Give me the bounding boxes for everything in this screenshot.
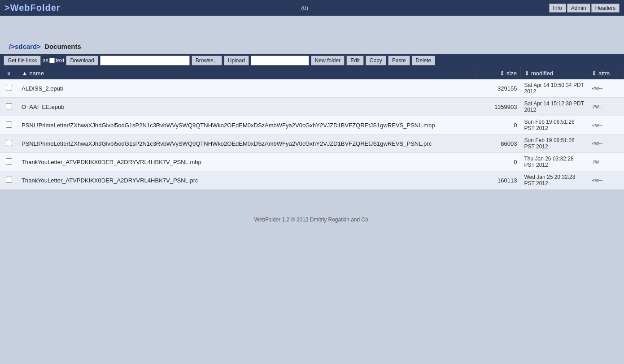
row-filename[interactable]: PSNL!PrimeLetter!ZXhwaXJhdGlvbi5odG1sP2N… [18,116,476,134]
row-attrs: -rw-- [588,134,624,153]
toolbar: Get file links as text Download Browse..… [0,54,624,67]
row-checkbox[interactable] [6,140,12,146]
download-button[interactable]: Download [66,56,98,65]
breadcrumb: />sdcard> Documents [0,16,624,54]
modified-sort-icon: ⇕ [524,70,529,77]
header-nav: Info Admin Headers [549,4,620,13]
row-size: 0 [476,153,521,171]
as-label: as [43,57,48,64]
table-row: PSNL!PrimeLetter!ZXhwaXJhdGlvbi5odG1sP2N… [0,134,624,153]
row-size: 86003 [476,134,521,153]
row-filename[interactable]: ALDISS_2.epub [18,79,476,98]
row-attrs: -rw-- [588,116,624,134]
col-header-size[interactable]: ⇕size [476,67,521,79]
row-checkbox-cell [0,79,18,98]
attrs-sort-icon: ⇕ [592,70,597,77]
row-modified: Sat Apr 14 15:12:30 PDT 2012 [521,98,588,116]
row-size: 329155 [476,79,521,98]
row-checkbox[interactable] [6,177,12,183]
paste-button[interactable]: Paste [388,56,410,65]
logo-bracket: > [4,3,10,13]
row-checkbox-cell [0,116,18,134]
row-checkbox[interactable] [6,158,12,165]
logo-text: WebFolder [10,3,61,13]
row-filename[interactable]: O_AAI_EE.epub [18,98,476,116]
row-filename[interactable]: PSNL!PrimeLetter!ZXhwaXJhdGlvbi5odG1sP2N… [18,134,476,153]
header-center: (0) [301,4,308,11]
info-button[interactable]: Info [549,4,566,13]
app-logo: >WebFolder [4,3,61,13]
table-row: ThankYouLetter_ATVPDKIKX0DER_A2DRYVRL4HB… [0,153,624,171]
table-header-row: x ▲name ⇕size ⇕modified ⇕attrs [0,67,624,79]
row-attrs: -rw-- [588,98,624,116]
footer-text: WebFolder 1.2 © 2012 Dmitriy Rogatkin an… [254,217,370,223]
file-table-area: x ▲name ⇕size ⇕modified ⇕attrs ALDISS_2.… [0,67,624,190]
breadcrumb-path[interactable]: />sdcard> [9,43,41,50]
col-header-modified[interactable]: ⇕modified [521,67,588,79]
headers-button[interactable]: Headers [591,4,620,13]
row-checkbox[interactable] [6,85,12,91]
col-header-name[interactable]: ▲name [18,67,476,79]
upload-file-input[interactable] [100,56,190,65]
row-modified: Thu Jan 26 03:32:28 PST 2012 [521,153,588,171]
row-filename[interactable]: ThankYouLetter_ATVPDKIKX0DER_A2DRYVRL4HB… [18,153,476,171]
table-row: PSNL!PrimeLetter!ZXhwaXJhdGlvbi5odG1sP2N… [0,116,624,134]
row-checkbox-cell [0,134,18,153]
as-text-group: as text [43,57,64,64]
table-row: ALDISS_2.epub329155Sat Apr 14 10:50:34 P… [0,79,624,98]
footer: WebFolder 1.2 © 2012 Dmitriy Rogatkin an… [0,208,624,232]
get-file-links-button[interactable]: Get file links [4,56,41,65]
delete-button[interactable]: Delete [412,56,436,65]
row-attrs: -rw-- [588,171,624,190]
upload-button[interactable]: Upload [224,56,249,65]
col-header-x: x [0,67,18,79]
edit-button[interactable]: Edit [346,56,364,65]
row-modified: Sun Feb 19 06:51:26 PST 2012 [521,134,588,153]
breadcrumb-folder: Documents [44,43,81,50]
new-folder-button[interactable]: New folder [311,56,345,65]
row-modified: Wed Jan 25 20:32:28 PST 2012 [521,171,588,190]
header: >WebFolder (0) Info Admin Headers [0,0,624,16]
row-modified: Sun Feb 19 06:51:26 PST 2012 [521,116,588,134]
name-sort-icon: ▲ [22,70,28,77]
name-input[interactable] [251,56,309,65]
size-sort-icon: ⇕ [500,70,505,77]
file-tbody: ALDISS_2.epub329155Sat Apr 14 10:50:34 P… [0,79,624,190]
row-modified: Sat Apr 14 10:50:34 PDT 2012 [521,79,588,98]
row-checkbox-cell [0,98,18,116]
row-attrs: -rw-- [588,153,624,171]
row-attrs: -rw-- [588,79,624,98]
file-table: x ▲name ⇕size ⇕modified ⇕attrs ALDISS_2.… [0,67,624,190]
row-size: 0 [476,116,521,134]
row-checkbox[interactable] [6,121,12,128]
table-row: ThankYouLetter_ATVPDKIKX0DER_A2DRYVRL4HB… [0,171,624,190]
text-checkbox[interactable] [49,58,55,63]
row-checkbox[interactable] [6,103,12,109]
copy-button[interactable]: Copy [366,56,386,65]
col-header-attrs[interactable]: ⇕attrs [588,67,624,79]
row-checkbox-cell [0,171,18,190]
text-label: text [56,57,64,64]
row-filename[interactable]: ThankYouLetter_ATVPDKIKX0DER_A2DRYVRL4HB… [18,171,476,190]
browse-button[interactable]: Browse... [192,56,222,65]
admin-button[interactable]: Admin [567,4,590,13]
table-row: O_AAI_EE.epub1359903Sat Apr 14 15:12:30 … [0,98,624,116]
row-checkbox-cell [0,153,18,171]
row-size: 160113 [476,171,521,190]
row-size: 1359903 [476,98,521,116]
